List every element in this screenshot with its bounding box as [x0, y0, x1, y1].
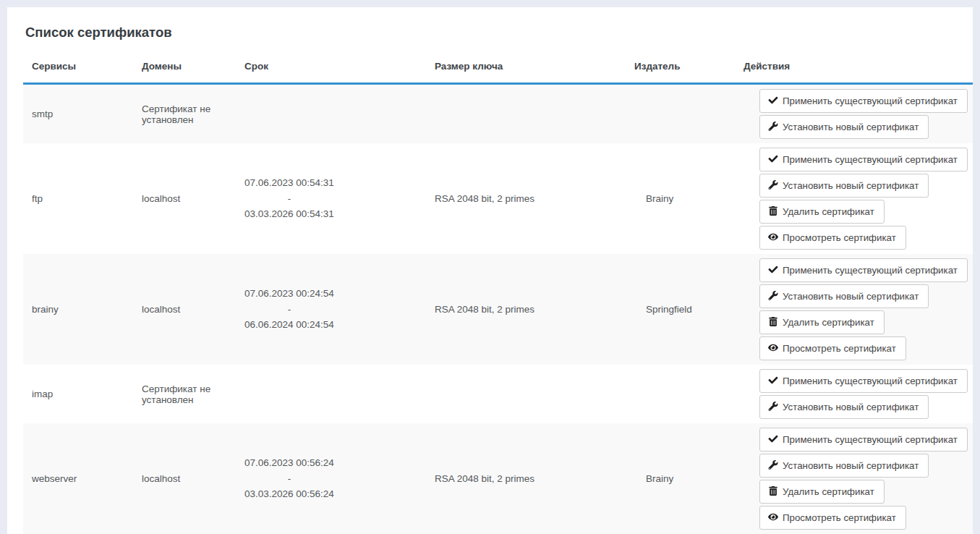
- term-dates: 07.06.2023 00:56:24-03.03.2026 00:56:24: [244, 455, 334, 502]
- issuer-cell: [626, 84, 735, 144]
- page-title: Список сертификатов: [25, 25, 973, 41]
- domain-cell: Сертификат не установлен: [133, 84, 236, 144]
- table-header: СервисыДоменыСрокРазмер ключаИздательДей…: [23, 61, 973, 84]
- term-cell: [236, 84, 426, 144]
- button-label: Просмотреть сертификат: [783, 232, 896, 243]
- apply-certificate-button[interactable]: Применить существующий сертификат: [759, 148, 968, 171]
- actions-cell: Применить существующий сертификатУстанов…: [735, 423, 973, 534]
- key-size-cell: RSA 2048 bit, 2 primes: [426, 143, 626, 254]
- actions-cell: Применить существующий сертификатУстанов…: [735, 143, 973, 254]
- key-size-cell: RSA 2048 bit, 2 primes: [426, 423, 626, 534]
- domain-cell: localhost: [133, 254, 236, 365]
- domain-cell: localhost: [133, 423, 236, 534]
- trash-icon: [768, 317, 778, 326]
- actions-cell: Применить существующий сертификатУстанов…: [735, 84, 973, 144]
- service-cell: brainy: [23, 254, 133, 365]
- key-size-cell: RSA 2048 bit, 2 primes: [426, 254, 626, 365]
- button-label: Применить существующий сертификат: [783, 434, 958, 445]
- install-certificate-button[interactable]: Установить новый сертификат: [759, 174, 929, 198]
- actions-cell: Применить существующий сертификатУстанов…: [735, 365, 973, 423]
- wrench-icon: [768, 460, 778, 470]
- wrench-icon: [768, 122, 778, 131]
- button-label: Удалить сертификат: [783, 317, 874, 328]
- button-label: Просмотреть сертификат: [783, 343, 896, 354]
- table-row-smtp: smtpСертификат не установленПрименить су…: [23, 84, 973, 144]
- view-certificate-button[interactable]: Просмотреть сертификат: [759, 506, 906, 530]
- apply-certificate-button[interactable]: Применить существующий сертификат: [759, 258, 968, 282]
- wrench-icon: [768, 402, 778, 411]
- button-label: Установить новый сертификат: [783, 122, 919, 132]
- view-certificate-button[interactable]: Просмотреть сертификат: [759, 336, 906, 360]
- term-cell: 07.06.2023 00:24:54-06.06.2024 00:24:54: [236, 254, 426, 365]
- button-label: Применить существующий сертификат: [783, 376, 958, 386]
- delete-certificate-button[interactable]: Удалить сертификат: [759, 310, 885, 334]
- domain-cell: localhost: [133, 143, 236, 254]
- install-certificate-button[interactable]: Установить новый сертификат: [759, 284, 929, 308]
- issuer-cell: Brainy: [626, 423, 735, 534]
- button-label: Просмотреть сертификат: [783, 512, 896, 523]
- term-dates: 07.06.2023 00:54:31-03.03.2026 00:54:31: [244, 175, 334, 222]
- apply-certificate-button[interactable]: Применить существующий сертификат: [759, 89, 968, 113]
- term-cell: 07.06.2023 00:56:24-03.03.2026 00:56:24: [236, 423, 426, 534]
- apply-certificate-button[interactable]: Применить существующий сертификат: [759, 428, 968, 452]
- term-cell: 07.06.2023 00:54:31-03.03.2026 00:54:31: [236, 143, 426, 254]
- key-size-cell: [426, 84, 626, 144]
- column-header-services: Сервисы: [23, 61, 133, 84]
- table-row-brainy: brainylocalhost07.06.2023 00:24:54-06.06…: [23, 254, 973, 365]
- button-label: Применить существующий сертификат: [783, 154, 958, 165]
- wrench-icon: [768, 291, 778, 300]
- column-header-key-size: Размер ключа: [426, 61, 626, 84]
- delete-certificate-button[interactable]: Удалить сертификат: [759, 200, 885, 224]
- column-header-domains: Домены: [133, 61, 236, 84]
- service-cell: smtp: [23, 84, 133, 144]
- wrench-icon: [768, 180, 778, 190]
- check-icon: [768, 434, 778, 444]
- button-label: Установить новый сертификат: [783, 460, 919, 471]
- service-cell: webserver: [23, 423, 133, 534]
- table-row-webserver: webserverlocalhost07.06.2023 00:56:24-03…: [23, 423, 973, 534]
- check-icon: [768, 154, 778, 164]
- domain-cell: Сертификат не установлен: [133, 365, 236, 423]
- button-label: Удалить сертификат: [783, 206, 874, 217]
- certificates-card: Список сертификатов СервисыДоменыСрокРаз…: [7, 7, 973, 534]
- column-header-issuer: Издатель: [626, 61, 735, 84]
- install-certificate-button[interactable]: Установить новый сертификат: [759, 115, 929, 139]
- install-certificate-button[interactable]: Установить новый сертификат: [759, 454, 929, 478]
- install-certificate-button[interactable]: Установить новый сертификат: [759, 395, 929, 419]
- term-cell: [236, 365, 426, 423]
- eye-icon: [768, 232, 778, 242]
- key-size-cell: [426, 365, 626, 423]
- check-icon: [768, 96, 778, 105]
- apply-certificate-button[interactable]: Применить существующий сертификат: [759, 369, 968, 393]
- button-label: Применить существующий сертификат: [783, 265, 958, 276]
- button-label: Установить новый сертификат: [783, 291, 919, 302]
- term-dates: 07.06.2023 00:24:54-06.06.2024 00:24:54: [244, 286, 334, 333]
- issuer-cell: Brainy: [626, 143, 735, 254]
- column-header-actions: Действия: [735, 61, 973, 84]
- check-icon: [768, 376, 778, 385]
- button-label: Удалить сертификат: [783, 486, 874, 497]
- actions-cell: Применить существующий сертификатУстанов…: [735, 254, 973, 365]
- eye-icon: [768, 512, 778, 522]
- delete-certificate-button[interactable]: Удалить сертификат: [759, 480, 885, 504]
- button-label: Применить существующий сертификат: [783, 96, 958, 106]
- table-row-imap: imapСертификат не установленПрименить су…: [23, 365, 973, 423]
- eye-icon: [768, 343, 778, 352]
- trash-icon: [768, 486, 778, 496]
- trash-icon: [768, 206, 778, 216]
- view-certificate-button[interactable]: Просмотреть сертификат: [759, 226, 906, 250]
- column-header-term: Срок: [236, 61, 426, 84]
- certificates-table: СервисыДоменыСрокРазмер ключаИздательДей…: [23, 61, 973, 534]
- issuer-cell: [626, 365, 735, 423]
- button-label: Установить новый сертификат: [783, 402, 919, 412]
- service-cell: imap: [23, 365, 133, 423]
- issuer-cell: Springfield: [626, 254, 735, 365]
- check-icon: [768, 265, 778, 274]
- service-cell: ftp: [23, 143, 133, 254]
- table-row-ftp: ftplocalhost07.06.2023 00:54:31-03.03.20…: [23, 143, 973, 254]
- button-label: Установить новый сертификат: [783, 180, 919, 191]
